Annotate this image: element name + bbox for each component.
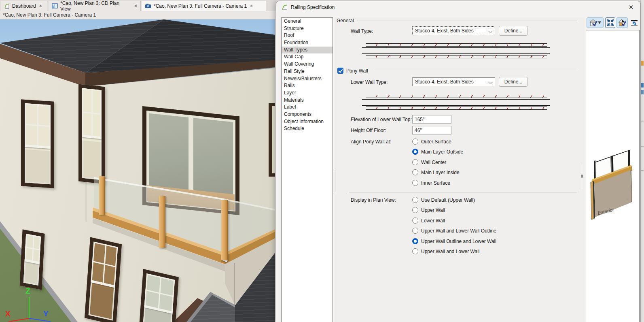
axis-gizmo: Z X Y xyxy=(2,284,59,322)
sidebar-item-wall-cap[interactable]: Wall Cap xyxy=(282,53,333,61)
tab-dashboard[interactable]: Dashboard × xyxy=(1,1,47,11)
dialog-title-bar[interactable]: Railing Specification xyxy=(276,1,640,13)
pony-wall-checkbox[interactable] xyxy=(337,68,343,74)
elevation-input[interactable] xyxy=(412,115,451,124)
toolbar-fragment-blue2 xyxy=(641,90,644,94)
sidebar-item-structure[interactable]: Structure xyxy=(282,25,333,32)
pony-section-line xyxy=(375,71,577,71)
wall-type-value: Stucco-4, Exist, Both Sides xyxy=(415,28,474,34)
window-upper-left xyxy=(21,99,54,188)
axis-x-label: X xyxy=(5,309,11,318)
dialog-close-icon[interactable]: ✕ xyxy=(627,3,636,12)
lower-wall-diagram xyxy=(362,95,550,110)
height-off-floor-input[interactable] xyxy=(412,126,451,134)
tab-close-icon[interactable]: × xyxy=(39,3,42,9)
sidebar-item-wall-covering[interactable]: Wall Covering xyxy=(282,61,333,68)
chief-logo-icon xyxy=(4,3,10,9)
window-right-sliver xyxy=(269,103,275,177)
tab-close-icon[interactable]: × xyxy=(250,3,253,9)
sidebar-item-schedule[interactable]: Schedule xyxy=(282,125,333,132)
tab-label: *Cao, New Plan 3: Full Camera - Camera 1 xyxy=(154,3,247,9)
preview-drawing: E 5 xyxy=(586,30,639,257)
sidebar-item-label[interactable]: Label xyxy=(282,104,333,111)
wall-type-label: Wall Type: xyxy=(351,28,373,34)
fill-window-button[interactable] xyxy=(605,17,615,28)
radio-label[interactable]: Outer Surface xyxy=(421,139,451,145)
window-lower-far-left xyxy=(19,229,44,290)
sidebar-item-wall-types[interactable]: Wall Types xyxy=(282,47,333,54)
radio-upper-and-lower[interactable] xyxy=(412,248,418,254)
radio-lower-wall[interactable] xyxy=(412,218,418,224)
radio-label[interactable]: Inner Surface xyxy=(421,180,450,186)
general-section-label: General xyxy=(337,18,354,23)
dialog-title: Railing Specification xyxy=(291,4,335,10)
toolbar-fragment-tick3 xyxy=(641,170,644,171)
radio-use-default[interactable] xyxy=(412,197,418,203)
sidebar-item-foundation[interactable]: Foundation xyxy=(282,39,333,47)
camera-icon xyxy=(145,3,151,9)
preview-pane[interactable]: E 5 Exterior xyxy=(586,30,640,322)
sidebar-item-materials[interactable]: Materials xyxy=(282,97,333,104)
sidebar-item-roof[interactable]: Roof xyxy=(282,32,333,39)
camera-3d-viewport[interactable]: Z X Y xyxy=(0,19,275,322)
window-lower-mid xyxy=(138,269,179,322)
railing-specification-dialog: Railing Specification ✕ General Structur… xyxy=(276,1,641,322)
dropdown-arrow-icon xyxy=(598,21,601,24)
display-in-plan-view-label: Display in Plan View: xyxy=(351,197,396,203)
radio-upper-outline-and-lower[interactable] xyxy=(412,238,418,244)
toolbar-fragment-orange xyxy=(641,61,644,66)
radio-label[interactable]: Lower Wall xyxy=(421,218,445,224)
update-preview-button[interactable] xyxy=(629,17,640,28)
wall-type-define-button[interactable]: Define... xyxy=(499,26,528,36)
sidebar-item-layer[interactable]: Layer xyxy=(282,90,333,97)
camera-view-type-button[interactable] xyxy=(587,17,604,28)
radio-outer-surface[interactable] xyxy=(412,139,418,145)
sidebar-item-components[interactable]: Components xyxy=(282,111,333,118)
radio-main-layer-outside[interactable] xyxy=(412,149,418,155)
sidebar-item-rails[interactable]: Rails xyxy=(282,82,333,90)
layers-refresh-icon xyxy=(630,19,638,27)
window-lower-left xyxy=(85,237,122,322)
radio-label[interactable]: Upper Wall and Lower Wall xyxy=(421,249,480,254)
wall-type-diagram xyxy=(362,43,550,59)
radio-upper-wall[interactable] xyxy=(412,207,418,213)
tab-close-icon[interactable]: × xyxy=(134,3,137,9)
toolbar-fragment-tick1 xyxy=(641,122,644,122)
sidebar-item-general[interactable]: General xyxy=(282,18,333,25)
radio-label[interactable]: Upper Wall and Lower Wall Outline xyxy=(421,228,496,234)
radio-label[interactable]: Upper Wall Outline and Lower Wall xyxy=(421,239,496,244)
lower-wall-define-button[interactable]: Define... xyxy=(499,77,528,87)
dialog-sidebar: General Structure Roof Foundation Wall T… xyxy=(281,17,333,322)
radio-label[interactable]: Wall Center xyxy=(421,160,446,165)
lower-wall-type-combobox[interactable]: Stucco-4, Exist, Both Sides xyxy=(412,77,495,86)
tab-plan-view[interactable]: *Cao, New Plan 3: CD Plan View × xyxy=(49,1,141,11)
radio-wall-center[interactable] xyxy=(412,159,418,165)
view-title: *Cao, New Plan 3: Full Camera - Camera 1 xyxy=(3,12,96,18)
railing-post-mid xyxy=(159,196,165,248)
selected-object-view-button[interactable] xyxy=(616,17,628,28)
pony-wall-label: Pony Wall xyxy=(346,68,368,74)
axis-y-label: Y xyxy=(43,309,49,318)
radio-upper-and-lower-outline[interactable] xyxy=(412,228,418,234)
tab-full-camera[interactable]: *Cao, New Plan 3: Full Camera - Camera 1… xyxy=(142,1,266,11)
radio-label[interactable]: Upper Wall xyxy=(421,207,445,213)
radio-inner-surface[interactable] xyxy=(412,180,418,186)
sidebar-item-object-information[interactable]: Object Information xyxy=(282,118,333,126)
section-divider-line xyxy=(349,192,577,192)
radio-label[interactable]: Use Default (Upper Wall) xyxy=(421,197,475,203)
radio-main-layer-inside[interactable] xyxy=(412,169,418,175)
elevation-label: Elevation of Lower Wall Top: xyxy=(351,117,412,122)
radio-label[interactable]: Main Layer Inside xyxy=(421,170,460,175)
sidebar-item-newels-balusters[interactable]: Newels/Balusters xyxy=(282,75,333,83)
tab-label: *Cao, New Plan 3: CD Plan View xyxy=(60,0,131,12)
wall-type-combobox[interactable]: Stucco-4, Exist, Both Sides xyxy=(412,26,495,35)
tab-label: Dashboard xyxy=(12,3,36,9)
content-scrollbar-left[interactable] xyxy=(335,170,335,192)
radio-label[interactable]: Main Layer Outside xyxy=(421,149,463,155)
sidebar-item-rail-style[interactable]: Rail Style xyxy=(282,68,333,75)
toolbar-fragment-blue1 xyxy=(641,83,644,87)
expand-arrows-icon xyxy=(607,19,614,26)
lower-wall-type-value: Stucco-4, Exist, Both Sides xyxy=(415,79,474,85)
content-scrollbar-thumb[interactable] xyxy=(581,175,583,178)
general-section-line xyxy=(357,21,577,21)
